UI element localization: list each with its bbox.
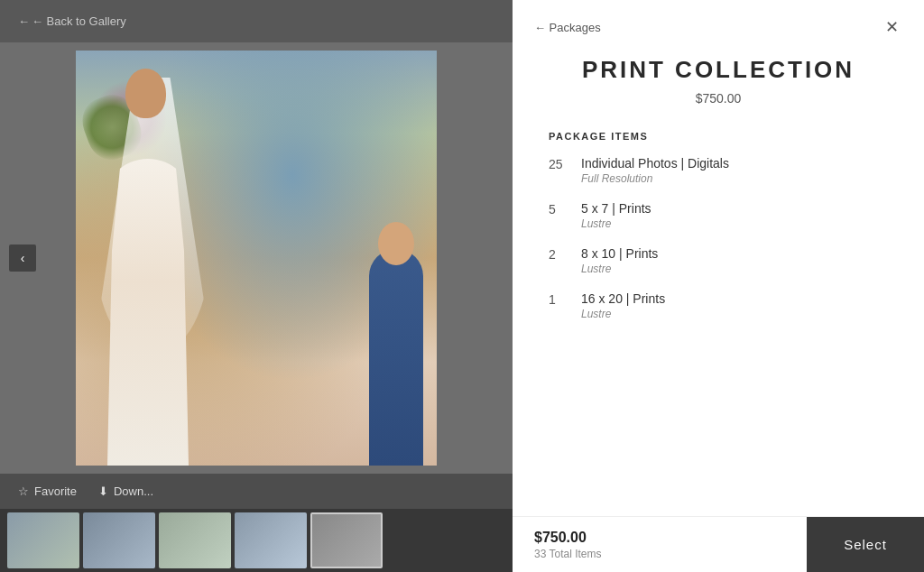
action-bar: ☆ Favorite ⬇ Down... <box>0 474 513 509</box>
section-label: PACKAGE ITEMS <box>549 131 888 142</box>
list-item: 2 8 x 10 | Prints Lustre <box>549 246 888 275</box>
thumbnail-2[interactable] <box>83 512 155 568</box>
item-qty-2: 5 <box>549 201 567 217</box>
package-items-list: 25 Individual Photos | Digitals Full Res… <box>549 156 888 320</box>
download-button[interactable]: ⬇ Down... <box>98 484 153 498</box>
list-item: 25 Individual Photos | Digitals Full Res… <box>549 156 888 185</box>
thumbnail-3[interactable] <box>159 512 231 568</box>
item-sub-1: Full Resolution <box>581 172 888 185</box>
left-chevron-icon: ‹ <box>21 251 25 265</box>
download-icon: ⬇ <box>98 484 108 498</box>
close-button[interactable]: ✕ <box>881 16 902 38</box>
item-qty-1: 25 <box>549 156 567 171</box>
favorite-label: Favorite <box>34 484 77 498</box>
back-packages-label: ← Packages <box>534 21 601 34</box>
footer-price-area: $750.00 33 Total Items <box>513 530 807 560</box>
thumbnails-bar <box>0 509 513 572</box>
item-details-4: 16 x 20 | Prints Lustre <box>581 291 888 320</box>
main-image-area: ‹ <box>0 42 513 474</box>
item-details-3: 8 x 10 | Prints Lustre <box>581 246 888 275</box>
thumbnail-4[interactable] <box>235 512 307 568</box>
package-panel: ← Packages ✕ PRINT COLLECTION $750.00 PA… <box>513 0 924 572</box>
thumbnail-1[interactable] <box>7 512 79 568</box>
list-item: 1 16 x 20 | Prints Lustre <box>549 291 888 320</box>
item-name-4: 16 x 20 | Prints <box>581 291 888 306</box>
item-sub-4: Lustre <box>581 308 888 320</box>
item-name-2: 5 x 7 | Prints <box>581 201 888 216</box>
back-label: ← Back to Gallery <box>32 14 126 28</box>
package-title: PRINT COLLECTION <box>549 56 888 84</box>
item-name-1: Individual Photos | Digitals <box>581 156 888 171</box>
back-arrow-icon: ← <box>18 14 30 28</box>
close-icon: ✕ <box>885 17 899 37</box>
select-button[interactable]: Select <box>807 517 924 573</box>
main-photo <box>76 51 437 466</box>
panel-header: ← Packages ✕ <box>513 0 924 38</box>
footer-total-items: 33 Total Items <box>534 548 785 560</box>
item-qty-4: 1 <box>549 291 567 307</box>
package-footer: $750.00 33 Total Items Select <box>513 516 924 572</box>
item-sub-2: Lustre <box>581 217 888 230</box>
packages-back-button[interactable]: ← Packages <box>534 21 601 34</box>
item-name-3: 8 x 10 | Prints <box>581 246 888 261</box>
star-icon: ☆ <box>18 484 29 498</box>
item-details-1: Individual Photos | Digitals Full Resolu… <box>581 156 888 185</box>
favorite-button[interactable]: ☆ Favorite <box>18 484 77 498</box>
thumbnail-5[interactable] <box>310 512 383 568</box>
download-label: Down... <box>114 484 153 498</box>
back-to-gallery[interactable]: ← ← Back to Gallery <box>0 0 513 42</box>
item-qty-3: 2 <box>549 246 567 262</box>
package-content: PRINT COLLECTION $750.00 PACKAGE ITEMS 2… <box>513 38 924 516</box>
package-price: $750.00 <box>549 91 888 106</box>
left-arrow-button[interactable]: ‹ <box>9 244 36 272</box>
item-details-2: 5 x 7 | Prints Lustre <box>581 201 888 230</box>
item-sub-3: Lustre <box>581 263 888 275</box>
gallery-panel: ← ← Back to Gallery ‹ ☆ Favo <box>0 0 513 572</box>
footer-price: $750.00 <box>534 530 785 546</box>
list-item: 5 5 x 7 | Prints Lustre <box>549 201 888 230</box>
